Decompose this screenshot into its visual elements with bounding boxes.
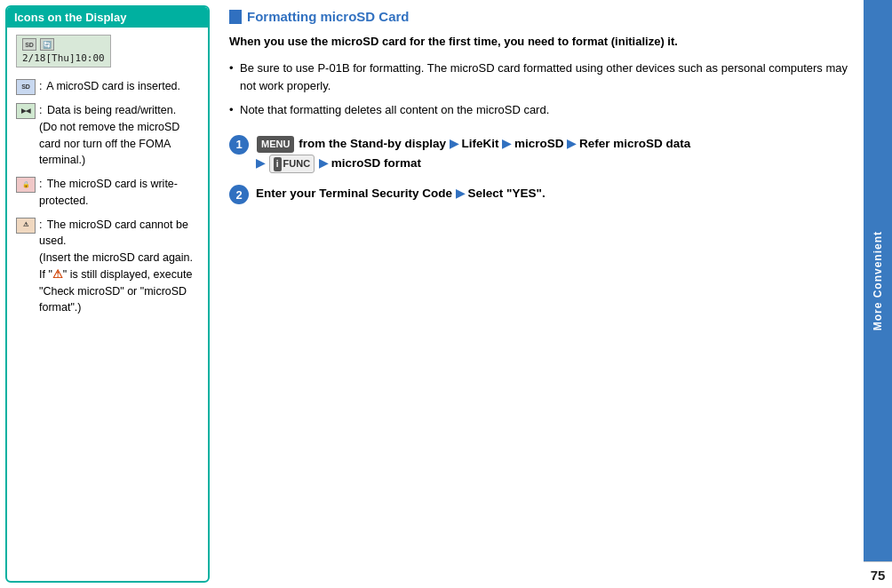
list-item: Note that formatting deletes all content… xyxy=(229,101,849,120)
arrow-3: ▶ xyxy=(567,137,576,150)
func-key-label: FUNC xyxy=(283,156,311,172)
step-1-refer: Refer microSD data xyxy=(579,137,690,150)
func-key-badge: i FUNC xyxy=(269,155,315,174)
step-1-text-1: from the Stand-by display xyxy=(299,137,446,150)
content-and-sidebar: Formatting microSD Card When you use the… xyxy=(215,0,892,588)
step-1: 1 MENU from the Stand-by display ▶ LifeK… xyxy=(229,134,849,174)
right-sidebar: More Convenient xyxy=(864,0,892,561)
arrow-2: ▶ xyxy=(502,137,511,150)
arrow-5: ▶ xyxy=(319,156,328,170)
main-content: Formatting microSD Card When you use the… xyxy=(215,0,864,588)
func-key-i: i xyxy=(274,157,282,171)
step-1-format: microSD format xyxy=(331,156,421,170)
left-panel-title: Icons on the Display xyxy=(7,7,208,28)
nu-icon-text: : The microSD card cannot be used.(Inser… xyxy=(39,217,199,317)
arrow-6: ▶ xyxy=(456,187,465,200)
list-item: Be sure to use P-01B for formatting. The… xyxy=(229,60,849,97)
sidebar-label: More Convenient xyxy=(872,231,884,330)
sd-preview-icon: SD xyxy=(22,38,36,51)
arrow-1: ▶ xyxy=(450,137,458,150)
bullet-list: Be sure to use P-01B for formatting. The… xyxy=(229,60,849,120)
step-1-number: 1 xyxy=(229,135,249,155)
left-panel-body: SD 🔄 2/18[Thu]10:00 SD : A microSD card … xyxy=(7,28,208,581)
step-2: 2 Enter your Terminal Security Code ▶ Se… xyxy=(229,184,849,204)
step-1-microsd: microSD xyxy=(514,137,564,150)
list-item: ▶◀ : Data is being read/written.(Do not … xyxy=(16,102,199,169)
step-2-content: Enter your Terminal Security Code ▶ Sele… xyxy=(256,184,546,203)
step-2-number: 2 xyxy=(229,185,249,204)
sd-icon: SD xyxy=(16,79,36,95)
list-item: 🔒 : The microSD card is write-protected. xyxy=(16,176,199,210)
step-2-text-2: Select "YES". xyxy=(468,187,546,200)
menu-key: MENU xyxy=(257,136,294,154)
rw-preview-icon: 🔄 xyxy=(40,38,54,51)
intro-paragraph: When you use the microSD card for the fi… xyxy=(229,33,849,51)
arrow-4: ▶ xyxy=(256,156,265,170)
list-item: ⚠ : The microSD card cannot be used.(Ins… xyxy=(16,217,199,317)
step-1-lifekit: LifeKit xyxy=(461,137,498,150)
wp-icon: 🔒 xyxy=(16,177,36,193)
step-2-text-1: Enter your Terminal Security Code xyxy=(256,187,452,200)
left-panel: Icons on the Display SD 🔄 2/18[Thu]10:00… xyxy=(5,5,210,583)
display-preview: SD 🔄 2/18[Thu]10:00 xyxy=(16,35,111,68)
sd-icon-text: : A microSD card is inserted. xyxy=(39,78,199,95)
page-number: 75 xyxy=(871,568,886,583)
rw-icon: ▶◀ xyxy=(16,103,36,119)
rw-icon-text: : Data is being read/written.(Do not rem… xyxy=(39,102,199,169)
section-title-text: Formatting microSD Card xyxy=(247,9,410,24)
nu-icon: ⚠ xyxy=(16,218,36,234)
icon-description-list: SD : A microSD card is inserted. ▶◀ : Da… xyxy=(16,78,199,316)
wp-icon-text: : The microSD card is write-protected. xyxy=(39,176,199,210)
list-item: SD : A microSD card is inserted. xyxy=(16,78,199,95)
step-1-content: MENU from the Stand-by display ▶ LifeKit… xyxy=(256,134,690,174)
section-title: Formatting microSD Card xyxy=(229,9,849,24)
preview-datetime: 2/18[Thu]10:00 xyxy=(22,52,105,64)
